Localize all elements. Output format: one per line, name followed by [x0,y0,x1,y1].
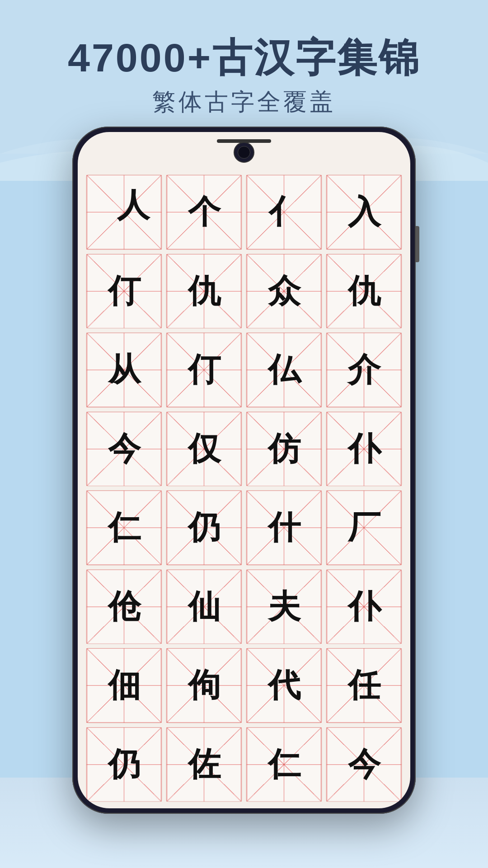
character: 介 [348,354,380,386]
char-cell[interactable]: 仏 [246,332,322,408]
character: 佃 [108,669,141,702]
phone-screen: 人 个 [78,132,410,808]
character: 仙 [188,590,221,623]
character: 佝 [188,669,221,702]
char-cell[interactable]: 入 [326,175,402,250]
character: 今 [108,433,141,465]
character: 人 [117,189,150,222]
character: 入 [348,196,380,228]
char-cell[interactable]: 仇 [326,254,402,329]
character: 厂 [348,511,380,544]
character: 仅 [188,433,221,465]
character: 任 [348,669,380,702]
character: 仁 [268,748,300,781]
character: 仃 [188,354,221,386]
character: 仏 [268,354,300,386]
character: 今 [348,748,380,781]
character: 仍 [188,511,221,544]
character: 仿 [268,433,300,465]
character: 亻 [268,196,300,228]
character: 仆 [348,433,380,465]
front-camera [234,142,254,163]
character: 从 [108,354,141,386]
main-title: 47000+古汉字集锦 [0,36,488,80]
character: 什 [268,511,300,544]
char-cell[interactable]: 今 [86,411,162,487]
character: 仆 [348,590,380,623]
header: 47000+古汉字集锦 繁体古字全覆盖 [0,0,488,118]
character: 个 [188,196,221,228]
character: 伧 [108,590,141,623]
phone-mockup: 人 个 [72,127,416,814]
character: 众 [268,275,300,307]
char-cell[interactable]: 任 [326,648,402,723]
char-cell[interactable]: 什 [246,490,322,566]
character-grid: 人 个 [78,168,410,808]
char-cell[interactable]: 仙 [166,569,242,645]
char-cell[interactable]: 仁 [86,490,162,566]
char-cell[interactable]: 仃 [166,332,242,408]
char-cell[interactable]: 亻 [246,175,322,250]
phone-body: 人 个 [72,127,416,814]
char-cell[interactable]: 介 [326,332,402,408]
char-cell[interactable]: 仅 [166,411,242,487]
character: 仇 [188,275,221,307]
character: 仃 [108,275,141,307]
camera-lens [238,146,250,159]
character: 仇 [348,275,380,307]
char-cell[interactable]: 仆 [326,569,402,645]
char-cell[interactable]: 仃 [86,254,162,329]
character: 仍 [108,748,141,781]
char-cell[interactable]: 人 [86,175,162,250]
char-cell[interactable]: 佃 [86,648,162,723]
char-cell[interactable]: 仆 [326,411,402,487]
char-cell[interactable]: 个 [166,175,242,250]
character: 佐 [188,748,221,781]
char-cell[interactable]: 仇 [166,254,242,329]
char-cell[interactable]: 仍 [86,727,162,802]
char-cell[interactable]: 伧 [86,569,162,645]
char-cell[interactable]: 仿 [246,411,322,487]
character: 代 [268,669,300,702]
char-cell[interactable]: 仍 [166,490,242,566]
char-cell[interactable]: 佝 [166,648,242,723]
char-cell[interactable]: 夫 [246,569,322,645]
char-cell[interactable]: 佐 [166,727,242,802]
subtitle: 繁体古字全覆盖 [0,86,488,118]
char-cell[interactable]: 仁 [246,727,322,802]
char-cell[interactable]: 众 [246,254,322,329]
char-cell[interactable]: 厂 [326,490,402,566]
character: 仁 [108,511,141,544]
char-cell[interactable]: 从 [86,332,162,408]
char-cell[interactable]: 代 [246,648,322,723]
character: 夫 [268,590,300,623]
char-cell[interactable]: 今 [326,727,402,802]
